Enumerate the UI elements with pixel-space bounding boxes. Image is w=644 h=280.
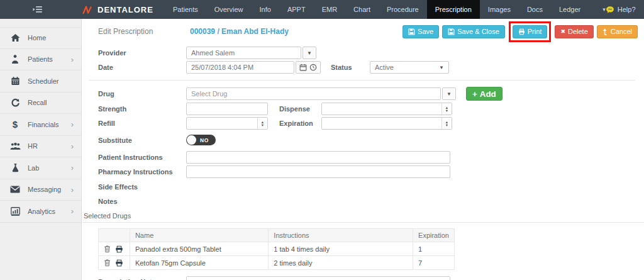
sidebar-item-label: Messaging: [28, 186, 71, 193]
nav-item-chart[interactable]: Chart: [345, 0, 379, 19]
dispense-label: Dispense: [279, 105, 321, 113]
sidebar-item-analytics[interactable]: Analytics ›: [0, 201, 81, 223]
refill-row: Refill ▴▾ Expiration ▴▾: [98, 117, 644, 130]
status-select[interactable]: Active ▼: [370, 61, 449, 74]
strength-input[interactable]: [186, 103, 268, 115]
table-row: Ketofan 75gm Capsule 2 times daily 7: [99, 256, 455, 270]
pharmacy-instructions-label: Pharmacy Instructions: [98, 168, 186, 176]
plus-icon: +: [472, 89, 477, 99]
spin-down-icon: ▾: [446, 123, 448, 126]
column-header-name: Name: [130, 229, 268, 242]
dispense-input[interactable]: [322, 103, 441, 115]
drug-value: Select Drug: [191, 90, 227, 98]
sidebar-item-scheduler[interactable]: Scheduler: [0, 70, 81, 92]
substitute-label: Substitute: [98, 137, 186, 144]
action-buttons: Save Save & Close Print ✖ Delete Cancel: [402, 21, 638, 42]
sidebar: Home Patients › Scheduler Recall $ Finan…: [0, 19, 82, 280]
expiration-field: ▴▾: [321, 117, 452, 130]
status-caret-icon: ▼: [439, 65, 444, 70]
sidebar-collapse-icon[interactable]: [33, 6, 43, 13]
chevron-right-icon: ›: [71, 120, 74, 128]
expiration-input[interactable]: [322, 118, 441, 129]
substitute-toggle[interactable]: NO: [186, 135, 216, 145]
sidebar-item-hr[interactable]: HR ›: [0, 136, 81, 158]
dispense-field: ▴▾: [321, 103, 452, 115]
print-button[interactable]: Print: [513, 25, 548, 38]
help-menu[interactable]: Help?: [606, 6, 636, 14]
drug-instructions-cell: 2 times daily: [269, 256, 413, 270]
nav-item-ledger[interactable]: Ledger: [551, 0, 589, 19]
delete-row-icon[interactable]: [104, 259, 111, 267]
provider-caret-button[interactable]: ▼: [303, 47, 316, 59]
main-content: Edit Prescription 000039 / Eman Abd El-H…: [82, 19, 644, 280]
drug-caret-button[interactable]: ▼: [442, 87, 456, 100]
notes-row: Notes: [98, 198, 644, 205]
strength-row: Strength Dispense ▴▾: [98, 103, 644, 115]
provider-select[interactable]: Ahmed Salem: [186, 47, 301, 59]
side-effects-row: Side Effects: [98, 183, 644, 191]
chevron-right-icon: ›: [71, 164, 74, 172]
date-input[interactable]: [186, 61, 294, 74]
dispense-spinner[interactable]: ▴▾: [441, 103, 452, 115]
delete-row-icon[interactable]: [104, 245, 111, 253]
notes-label: Notes: [98, 198, 186, 205]
brand-name: DENTALORE: [97, 5, 153, 14]
toggle-knob: [187, 135, 196, 145]
nav-item-overview[interactable]: Overview: [206, 0, 252, 19]
nav-item-patients[interactable]: Patients: [165, 0, 206, 19]
side-effects-label: Side Effects: [98, 183, 186, 191]
drug-expiration-cell: 1: [413, 242, 455, 256]
nav-item-prescription[interactable]: Prescription: [427, 0, 480, 19]
print-row-icon[interactable]: [115, 259, 123, 267]
expiration-spinner[interactable]: ▴▾: [441, 118, 452, 129]
expiration-label: Expiration: [279, 120, 321, 127]
drug-label: Drug: [98, 90, 186, 98]
chevron-right-icon: ›: [71, 142, 74, 150]
date-picker-buttons[interactable]: [296, 61, 321, 74]
nav-item-info[interactable]: Info: [252, 0, 279, 19]
print-label: Print: [528, 28, 542, 35]
strength-label: Strength: [98, 105, 186, 113]
cancel-button[interactable]: Cancel: [597, 25, 638, 38]
patient-link[interactable]: 000039 / Eman Abd El-Hady: [190, 27, 289, 36]
patient-instructions-input[interactable]: [186, 151, 450, 164]
patient-icon: [9, 55, 21, 64]
brand-logo[interactable]: DENTALORE: [82, 5, 153, 14]
sidebar-item-label: Home: [28, 34, 74, 42]
pharmacy-instructions-input[interactable]: [186, 165, 450, 178]
print-row-icon[interactable]: [115, 245, 123, 253]
substitute-row: Substitute NO: [98, 135, 644, 145]
save-label: Save: [418, 28, 433, 35]
nav-item-docs[interactable]: Docs: [519, 0, 551, 19]
save-button[interactable]: Save: [402, 25, 439, 38]
status-label: Status: [331, 64, 370, 71]
chevron-right-icon: ›: [71, 186, 74, 194]
prescription-notes-textarea[interactable]: Follow instructions carefully... Dr. Ahm…: [186, 276, 450, 280]
sidebar-item-lab[interactable]: Lab ›: [0, 157, 81, 179]
sidebar-item-patients[interactable]: Patients ›: [0, 49, 81, 71]
chevron-right-icon: ›: [71, 207, 74, 215]
main-nav: Patients Overview Info APPT EMR Chart Pr…: [165, 0, 606, 19]
nav-item-images[interactable]: Images: [480, 0, 519, 19]
drug-name-cell: Panadol extra 500mg Tablet: [130, 242, 268, 256]
bar-chart-icon: [9, 207, 21, 216]
sidebar-item-financials[interactable]: $ Financials ›: [0, 114, 81, 136]
sidebar-item-label: Lab: [28, 164, 71, 172]
save-and-close-button[interactable]: Save & Close: [442, 25, 505, 38]
nav-item-procedure[interactable]: Procedure: [379, 0, 427, 19]
sidebar-item-messaging[interactable]: Messaging ›: [0, 179, 81, 201]
save-icon: [408, 28, 415, 35]
refill-spinner[interactable]: ▴▾: [257, 118, 267, 129]
drug-select[interactable]: Select Drug: [186, 87, 441, 100]
sidebar-item-recall[interactable]: Recall: [0, 92, 81, 115]
nav-item-appt[interactable]: APPT: [279, 0, 314, 19]
people-group-icon: [9, 142, 21, 150]
recall-refresh-icon: [9, 98, 21, 108]
add-drug-button[interactable]: + Add: [466, 87, 502, 101]
refill-input[interactable]: [187, 118, 257, 129]
nav-item-emr[interactable]: EMR: [314, 0, 345, 19]
delete-button[interactable]: ✖ Delete: [555, 25, 593, 38]
sidebar-item-home[interactable]: Home: [0, 27, 81, 49]
refill-label: Refill: [98, 120, 186, 127]
sidebar-item-label: HR: [28, 142, 71, 150]
